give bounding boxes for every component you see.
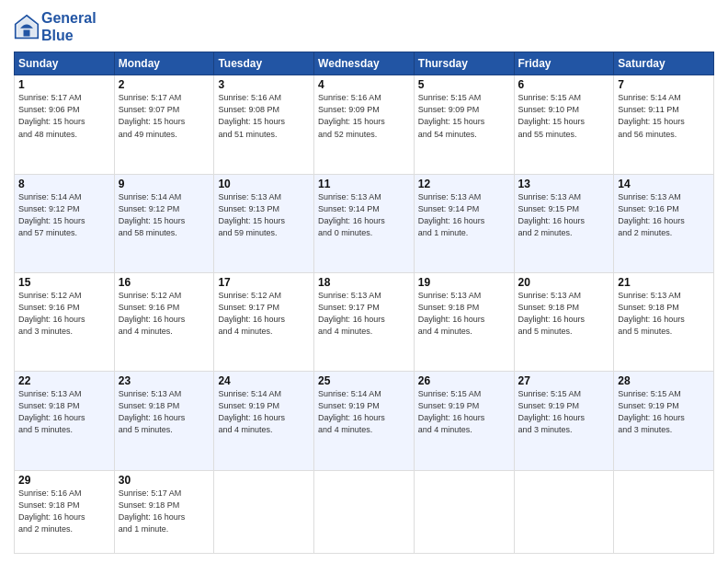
day-info: Sunrise: 5:15 AM Sunset: 9:19 PM Dayligh… <box>518 388 610 436</box>
calendar-cell: 16Sunrise: 5:12 AM Sunset: 9:16 PM Dayli… <box>114 272 214 371</box>
day-info: Sunrise: 5:17 AM Sunset: 9:07 PM Dayligh… <box>119 92 210 140</box>
calendar-week-row: 15Sunrise: 5:12 AM Sunset: 9:16 PM Dayli… <box>15 272 714 371</box>
day-info: Sunrise: 5:13 AM Sunset: 9:18 PM Dayligh… <box>119 388 210 436</box>
day-info: Sunrise: 5:13 AM Sunset: 9:18 PM Dayligh… <box>518 290 610 338</box>
day-number: 8 <box>18 178 110 190</box>
calendar-cell: 7Sunrise: 5:14 AM Sunset: 9:11 PM Daylig… <box>614 75 714 174</box>
calendar-cell <box>614 470 714 554</box>
calendar-cell: 22Sunrise: 5:13 AM Sunset: 9:18 PM Dayli… <box>15 372 115 470</box>
weekday-header-wednesday: Wednesday <box>314 52 415 75</box>
calendar-cell: 14Sunrise: 5:13 AM Sunset: 9:16 PM Dayli… <box>614 174 714 272</box>
day-info: Sunrise: 5:12 AM Sunset: 9:16 PM Dayligh… <box>18 290 110 338</box>
weekday-header-friday: Friday <box>514 52 614 75</box>
calendar-cell <box>214 470 314 554</box>
weekday-header-saturday: Saturday <box>614 52 714 75</box>
calendar-cell: 15Sunrise: 5:12 AM Sunset: 9:16 PM Dayli… <box>15 272 115 371</box>
day-info: Sunrise: 5:13 AM Sunset: 9:14 PM Dayligh… <box>418 191 510 239</box>
day-number: 12 <box>418 178 510 190</box>
day-info: Sunrise: 5:16 AM Sunset: 9:08 PM Dayligh… <box>218 92 310 140</box>
calendar-cell: 8Sunrise: 5:14 AM Sunset: 9:12 PM Daylig… <box>15 174 115 272</box>
day-number: 5 <box>418 78 510 91</box>
calendar-cell: 28Sunrise: 5:15 AM Sunset: 9:19 PM Dayli… <box>614 372 714 470</box>
day-info: Sunrise: 5:13 AM Sunset: 9:13 PM Dayligh… <box>218 191 310 239</box>
day-number: 21 <box>618 276 710 289</box>
day-info: Sunrise: 5:17 AM Sunset: 9:18 PM Dayligh… <box>119 488 210 535</box>
day-number: 10 <box>218 178 310 190</box>
logo-icon <box>14 14 40 40</box>
day-number: 11 <box>318 178 410 190</box>
day-info: Sunrise: 5:13 AM Sunset: 9:15 PM Dayligh… <box>518 191 610 239</box>
calendar-cell: 23Sunrise: 5:13 AM Sunset: 9:18 PM Dayli… <box>114 372 214 470</box>
day-info: Sunrise: 5:14 AM Sunset: 9:19 PM Dayligh… <box>318 388 410 436</box>
calendar-cell: 3Sunrise: 5:16 AM Sunset: 9:08 PM Daylig… <box>214 75 314 174</box>
calendar-cell: 25Sunrise: 5:14 AM Sunset: 9:19 PM Dayli… <box>314 372 415 470</box>
day-info: Sunrise: 5:12 AM Sunset: 9:17 PM Dayligh… <box>218 290 310 338</box>
day-number: 14 <box>618 178 710 190</box>
day-info: Sunrise: 5:13 AM Sunset: 9:16 PM Dayligh… <box>618 191 710 239</box>
calendar-cell: 11Sunrise: 5:13 AM Sunset: 9:14 PM Dayli… <box>314 174 415 272</box>
day-number: 18 <box>318 276 410 289</box>
day-number: 28 <box>618 374 710 387</box>
calendar-header-row: SundayMondayTuesdayWednesdayThursdayFrid… <box>15 52 714 75</box>
calendar-cell: 1Sunrise: 5:17 AM Sunset: 9:06 PM Daylig… <box>15 75 115 174</box>
day-info: Sunrise: 5:13 AM Sunset: 9:17 PM Dayligh… <box>318 290 410 338</box>
day-info: Sunrise: 5:17 AM Sunset: 9:06 PM Dayligh… <box>18 92 110 140</box>
day-info: Sunrise: 5:13 AM Sunset: 9:18 PM Dayligh… <box>18 388 110 436</box>
day-number: 23 <box>119 374 210 387</box>
calendar-cell: 6Sunrise: 5:15 AM Sunset: 9:10 PM Daylig… <box>514 75 614 174</box>
calendar-week-row: 1Sunrise: 5:17 AM Sunset: 9:06 PM Daylig… <box>15 75 714 174</box>
day-info: Sunrise: 5:14 AM Sunset: 9:11 PM Dayligh… <box>618 92 710 140</box>
calendar-cell: 4Sunrise: 5:16 AM Sunset: 9:09 PM Daylig… <box>314 75 415 174</box>
calendar-cell: 24Sunrise: 5:14 AM Sunset: 9:19 PM Dayli… <box>214 372 314 470</box>
day-number: 1 <box>18 78 110 91</box>
calendar-cell: 2Sunrise: 5:17 AM Sunset: 9:07 PM Daylig… <box>114 75 214 174</box>
header: General Blue <box>14 9 714 44</box>
weekday-header-monday: Monday <box>114 52 214 75</box>
day-number: 30 <box>119 474 210 487</box>
calendar-cell <box>314 470 415 554</box>
logo-text: General Blue <box>41 9 97 44</box>
day-info: Sunrise: 5:15 AM Sunset: 9:09 PM Dayligh… <box>418 92 510 140</box>
calendar-cell: 26Sunrise: 5:15 AM Sunset: 9:19 PM Dayli… <box>414 372 514 470</box>
calendar-cell <box>514 470 614 554</box>
calendar-week-row: 8Sunrise: 5:14 AM Sunset: 9:12 PM Daylig… <box>15 174 714 272</box>
calendar-cell <box>414 470 514 554</box>
day-info: Sunrise: 5:15 AM Sunset: 9:10 PM Dayligh… <box>518 92 610 140</box>
calendar-cell: 13Sunrise: 5:13 AM Sunset: 9:15 PM Dayli… <box>514 174 614 272</box>
day-info: Sunrise: 5:15 AM Sunset: 9:19 PM Dayligh… <box>418 388 510 436</box>
calendar-table: SundayMondayTuesdayWednesdayThursdayFrid… <box>14 52 714 554</box>
day-number: 27 <box>518 374 610 387</box>
calendar-cell: 20Sunrise: 5:13 AM Sunset: 9:18 PM Dayli… <box>514 272 614 371</box>
day-number: 24 <box>218 374 310 387</box>
day-info: Sunrise: 5:13 AM Sunset: 9:18 PM Dayligh… <box>618 290 710 338</box>
calendar-cell: 9Sunrise: 5:14 AM Sunset: 9:12 PM Daylig… <box>114 174 214 272</box>
day-number: 20 <box>518 276 610 289</box>
calendar-cell: 18Sunrise: 5:13 AM Sunset: 9:17 PM Dayli… <box>314 272 415 371</box>
day-number: 29 <box>18 474 110 487</box>
day-info: Sunrise: 5:13 AM Sunset: 9:18 PM Dayligh… <box>418 290 510 338</box>
calendar-cell: 21Sunrise: 5:13 AM Sunset: 9:18 PM Dayli… <box>614 272 714 371</box>
calendar-cell: 5Sunrise: 5:15 AM Sunset: 9:09 PM Daylig… <box>414 75 514 174</box>
day-info: Sunrise: 5:14 AM Sunset: 9:12 PM Dayligh… <box>18 191 110 239</box>
calendar-cell: 30Sunrise: 5:17 AM Sunset: 9:18 PM Dayli… <box>114 470 214 554</box>
calendar-week-row: 22Sunrise: 5:13 AM Sunset: 9:18 PM Dayli… <box>15 372 714 470</box>
day-info: Sunrise: 5:12 AM Sunset: 9:16 PM Dayligh… <box>119 290 210 338</box>
day-number: 9 <box>119 178 210 190</box>
calendar-cell: 10Sunrise: 5:13 AM Sunset: 9:13 PM Dayli… <box>214 174 314 272</box>
weekday-header-thursday: Thursday <box>414 52 514 75</box>
day-number: 25 <box>318 374 410 387</box>
calendar-cell: 29Sunrise: 5:16 AM Sunset: 9:18 PM Dayli… <box>15 470 115 554</box>
calendar-cell: 27Sunrise: 5:15 AM Sunset: 9:19 PM Dayli… <box>514 372 614 470</box>
day-number: 3 <box>218 78 310 91</box>
calendar-cell: 17Sunrise: 5:12 AM Sunset: 9:17 PM Dayli… <box>214 272 314 371</box>
day-info: Sunrise: 5:15 AM Sunset: 9:19 PM Dayligh… <box>618 388 710 436</box>
day-info: Sunrise: 5:14 AM Sunset: 9:12 PM Dayligh… <box>119 191 210 239</box>
calendar-week-row: 29Sunrise: 5:16 AM Sunset: 9:18 PM Dayli… <box>15 470 714 554</box>
calendar-cell: 19Sunrise: 5:13 AM Sunset: 9:18 PM Dayli… <box>414 272 514 371</box>
day-info: Sunrise: 5:13 AM Sunset: 9:14 PM Dayligh… <box>318 191 410 239</box>
day-info: Sunrise: 5:16 AM Sunset: 9:09 PM Dayligh… <box>318 92 410 140</box>
day-number: 13 <box>518 178 610 190</box>
page: General Blue SundayMondayTuesdayWednesda… <box>0 0 728 563</box>
day-number: 2 <box>119 78 210 91</box>
day-number: 22 <box>18 374 110 387</box>
